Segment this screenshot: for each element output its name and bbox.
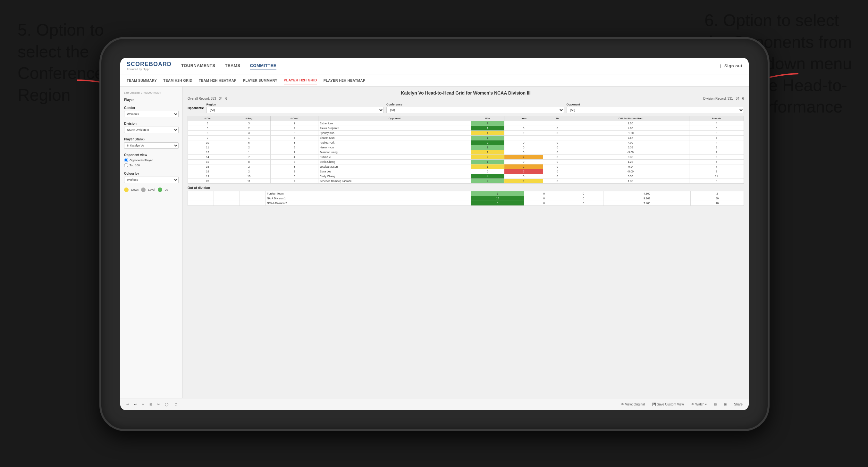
bottom-toolbar: ↩ ↩ ↪ ⊞ ✂ ◯· ⏱ 👁 View: Original 💾 Save C… [120,398,749,410]
cell-loss: 0 [504,160,543,164]
nav-tournaments[interactable]: TOURNAMENTS [181,62,215,70]
sidebar-gender-label: Gender [124,106,179,110]
cell-rounds: 3 [689,126,744,131]
cell-div: 20 [188,179,227,184]
cell-loss: 0 [504,174,543,179]
cell-conf: 3 [271,164,318,169]
nav-signout[interactable]: Sign out [724,62,742,70]
region-filter-group: Region (All) [207,103,384,113]
cell-tie: 0 [543,174,572,179]
opponent-filter-select[interactable]: (All) [566,107,744,113]
cell-loss: 0 [524,201,564,206]
cell-conf: 7 [271,179,318,184]
toolbar-cut[interactable]: ✂ [156,402,161,407]
region-filter-select[interactable]: (All) [207,107,384,113]
cell-tie: 0 [543,145,572,150]
cell-rounds: 9 [689,155,744,160]
col-header-div: # Div [188,116,227,121]
sub-nav-team-h2h-grid[interactable]: TEAM H2H GRID [163,76,192,85]
cell-conf: 6 [271,174,318,179]
tablet-screen: SCOREBOARD Powered by clippd TOURNAMENTS… [120,58,749,410]
cell-reg [214,201,240,206]
cell-reg: 2 [227,169,271,174]
sidebar-opponents-played-option[interactable]: Opponents Played [124,158,179,162]
nav-committee[interactable]: COMMITTEE [250,62,276,70]
cell-conf [240,196,266,201]
toolbar-copy[interactable]: ◯· [163,402,170,407]
col-header-loss: Loss [504,116,543,121]
cell-loss: 0 [504,145,543,150]
cell-diff: -1.00 [572,131,689,135]
cell-win: 1 [471,131,504,135]
cell-div [188,191,214,196]
toolbar-watch[interactable]: 👁 Watch ▾ [690,402,708,407]
cell-div: 9 [188,135,227,141]
toolbar-share[interactable]: Share [733,402,744,407]
cell-reg: 7 [227,155,271,160]
cell-conf: 5 [271,160,318,164]
conference-filter-select[interactable]: (All) [386,107,564,113]
sidebar-colour-select[interactable]: Win/loss [124,177,179,183]
toolbar-grid[interactable]: ⊞ [148,402,153,407]
toolbar-undo[interactable]: ↩ [125,402,130,407]
legend-down-label: Down [131,188,138,191]
cell-tie: 0 [543,155,572,160]
cell-opponent: Sharon Mun [318,135,471,141]
toolbar-present[interactable]: ⊡ [713,402,718,407]
sub-nav-team-summary[interactable]: TEAM SUMMARY [127,76,157,85]
cell-conf: 5 [271,145,318,150]
main-content: Last Updated: 27/03/2024 08:34 Player Ge… [120,87,749,410]
sidebar-opponent-view-section: Opponent view Opponents Played Top 100 [124,153,179,167]
toolbar-redo[interactable]: ↪ [141,402,146,407]
sidebar-player-rank-select[interactable]: 8. Katelyn Vo [124,142,179,149]
sub-nav-team-h2h-heatmap[interactable]: TEAM H2H HEATMAP [199,76,237,85]
cell-opponent: Esther Lee [318,121,471,126]
legend-level-dot [141,187,146,192]
cell-reg: 2 [227,145,271,150]
cell-div: 16 [188,164,227,169]
opponent-filter-label: Opponent [566,103,744,106]
main-table: # Div # Reg # Conf Opponent Win Loss Tie… [188,116,744,184]
toolbar-clock[interactable]: ⏱ [173,402,179,407]
sidebar-division-section: Division NCAA Division III [124,122,179,133]
nav-items: TOURNAMENTS TEAMS COMMITTEE [181,62,720,70]
last-updated-text: Last Updated: 27/03/2024 08:34 [124,91,179,94]
cell-win: 4 [471,174,504,179]
nav-teams[interactable]: TEAMS [225,62,240,70]
cell-conf: 4 [271,155,318,160]
sub-nav-player-summary[interactable]: PLAYER SUMMARY [243,76,277,85]
cell-rounds: 3 [689,145,744,150]
table-row: 20 11 7 Federica Domecq Lacroze 2 1 0 1.… [188,179,744,184]
toolbar-fullscreen[interactable]: ⊞ [723,402,728,407]
cell-tie: 0 [543,150,572,155]
out-of-division-table: Foreign Team 1 0 0 4.500 2 NAIA Division… [188,191,744,206]
cell-opponent: NAIA Division 1 [266,196,471,201]
cell-reg: 2 [227,126,271,131]
sidebar-gender-select[interactable]: Women's [124,111,179,117]
cell-diff: 9.267 [603,196,691,201]
sidebar-division-select[interactable]: NCAA Division III [124,127,179,133]
cell-reg [214,191,240,196]
cell-conf: 3 [271,131,318,135]
cell-div: 11 [188,145,227,150]
cell-reg: 1 [227,150,271,155]
legend-level-label: Level [148,188,155,191]
cell-opponent: Alexis Sudjianto [318,126,471,131]
cell-reg: 11 [227,179,271,184]
cell-loss: 0 [504,126,543,131]
sub-nav-player-h2h-heatmap[interactable]: PLAYER H2H HEATMAP [323,76,366,85]
toolbar-undo2[interactable]: ↩ [133,402,138,407]
cell-diff: -5.00 [572,169,689,174]
cell-win: 1 [471,191,524,196]
toolbar-save-custom[interactable]: 💾 Save Custom View [651,402,685,407]
sidebar-top100-option[interactable]: Top 100 [124,163,179,167]
cell-loss: 0 [524,196,564,201]
col-header-opponent: Opponent [318,116,471,121]
table-row: 16 2 3 Jessica Mason 1 2 0 -0.94 7 [188,164,744,169]
cell-div: 6 [188,131,227,135]
sub-nav-player-h2h-grid[interactable]: PLAYER H2H GRID [284,75,317,85]
scoreboard-logo: SCOREBOARD Powered by clippd [127,61,172,71]
table-row: 10 6 3 Andrea York 2 0 0 4.00 4 [188,141,744,145]
cell-div: 19 [188,174,227,179]
toolbar-view-original[interactable]: 👁 View: Original [620,402,646,407]
